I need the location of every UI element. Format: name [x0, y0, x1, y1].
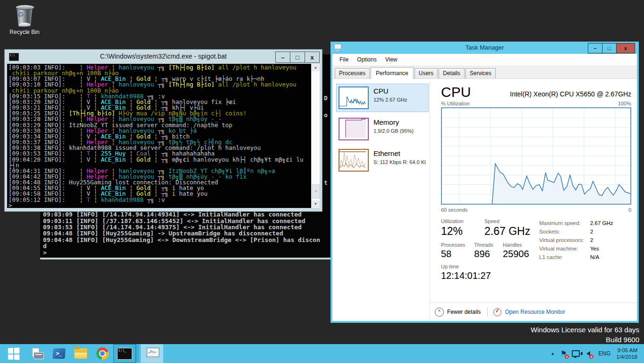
console-line: [09:05:12 INFO]: ¦ T ¦ khanhdat0988 ┬╗ :…: [8, 197, 311, 203]
task-manager-window[interactable]: Task Manager – □ x FileOptionsView Proce…: [330, 42, 639, 323]
powershell-icon: >_: [52, 348, 66, 359]
performance-sidebar: CPU12% 2.67 GHzMemory1.9/2.0 GB (95%)Eth…: [332, 79, 430, 321]
taskbar[interactable]: >_C:\_ ▲ ⚑x x ENG 9:05 AM 1/4/2018: [0, 344, 644, 363]
taskbar-button-server-manager[interactable]: [26, 344, 48, 363]
sidebar-item-cpu[interactable]: CPU12% 2.67 GHz: [336, 84, 429, 112]
scrollbar-thumb[interactable]: ≡: [312, 184, 320, 199]
sidebar-item-ethernet[interactable]: EthernetS: 112 Kbps R: 64.0 Kbps: [336, 146, 429, 174]
console-line: 09:04:48 [INFO] [Huy255Gaming] -> Upstre…: [43, 230, 320, 236]
cmd-window[interactable]: C:\ C:\Windows\system32\cmd.exe - spigot…: [5, 50, 322, 211]
cpu-label: CPU: [373, 86, 407, 95]
windows-logo-icon: [8, 347, 19, 360]
cpu-utilization-graph[interactable]: [441, 107, 631, 207]
console-line: [09:04:20 INFO]: ¦ V ¦ ACE_Bin ¦ Gold ¦ …: [8, 157, 311, 163]
stat-value: Yes: [590, 244, 599, 253]
taskbar-button-chrome[interactable]: [92, 344, 113, 363]
memory-mini-graph: [339, 118, 369, 140]
cpu-model-name: Intel(R) Xeon(R) CPU X5650 @ 2.67GHz: [510, 90, 631, 100]
fewer-details-button[interactable]: Fewer details: [447, 309, 481, 315]
task-manager-titlebar[interactable]: Task Manager – □ x: [330, 42, 639, 54]
console-line: 09:03:09 [INFO] [/14.174.94.14:49341] <-…: [43, 211, 320, 217]
stat-label: Processes: [441, 242, 474, 248]
uptime-value: 12:14:01:27: [441, 270, 539, 281]
ethernet-detail: S: 112 Kbps R: 64.0 Kbps: [373, 159, 425, 165]
cpu-panel-title: CPU: [441, 85, 471, 100]
tab-processes[interactable]: Processes: [335, 68, 370, 78]
clipped-console-char: t: [324, 179, 328, 186]
system-tray: ▲ ⚑x x ENG 9:05 AM 1/4/2018: [551, 344, 644, 363]
stat-value: 896: [474, 249, 503, 259]
tab-users[interactable]: Users: [415, 68, 438, 78]
tab-services[interactable]: Services: [466, 68, 496, 78]
build-line: Build 9600: [531, 335, 639, 345]
network-icon[interactable]: [572, 350, 580, 358]
console-line: d: [43, 243, 320, 249]
menu-file[interactable]: File: [335, 56, 353, 63]
stat-value: 2.67 GHz: [590, 219, 613, 227]
fewer-details-chevron-icon: ⌃: [435, 308, 444, 317]
tab-details[interactable]: Details: [439, 68, 465, 78]
resource-monitor-icon: [493, 308, 501, 316]
graph-xlabel-left: 60 seconds: [441, 207, 467, 213]
cmd-maximize-button[interactable]: □: [290, 52, 305, 63]
license-watermark: Windows License valid for 63 days Build …: [531, 325, 639, 345]
stat-label: Speed: [484, 218, 536, 224]
bungee-console-output: 09:03:09 [INFO] [/14.174.94.14:49341] <-…: [43, 211, 320, 256]
cmd-console-output: [09:03:03 INFO]: ¦ Helper ¦ hanloveyou ┬…: [7, 64, 311, 208]
task-manager-icon: [145, 347, 159, 360]
menu-options[interactable]: Options: [353, 56, 381, 63]
stat-value: 25906: [503, 249, 539, 259]
task-manager-close-button[interactable]: x: [617, 43, 635, 53]
sidebar-item-memory[interactable]: Memory1.9/2.0 GB (95%): [336, 115, 429, 143]
taskbar-button-task-manager[interactable]: [141, 344, 163, 363]
task-manager-maximize-button[interactable]: □: [602, 43, 617, 53]
memory-label: Memory: [373, 118, 414, 127]
cpu-stats-right: Maximum speed:2.67 GHzSockets:2Virtual p…: [539, 218, 613, 281]
clipped-console-char: D: [324, 95, 328, 102]
clipped-console-char: o: [324, 112, 328, 119]
taskbar-button-powershell[interactable]: >_: [48, 344, 70, 363]
ethernet-mini-graph: [339, 149, 369, 172]
console-line: 09:04:48 [INFO] [Huy255Gaming] <-> Downs…: [43, 237, 320, 243]
tab-performance[interactable]: Performance: [371, 67, 414, 79]
task-manager-minimize-button[interactable]: –: [588, 43, 602, 53]
clock[interactable]: 9:05 AM 1/4/2018: [616, 347, 637, 360]
task-manager-tabstrip: ProcessesPerformanceUsersDetailsServices: [332, 66, 637, 79]
scrollbar-down-arrow[interactable]: ▼: [312, 200, 320, 208]
cmd-icon: C:\_: [117, 348, 132, 360]
cmd-minimize-button[interactable]: –: [275, 52, 290, 63]
recycle-bin-label: Recycle Bin: [7, 29, 42, 35]
memory-detail: 1.9/2.0 GB (95%): [373, 128, 414, 134]
console-line: >: [8, 203, 311, 208]
start-button[interactable]: [0, 344, 26, 363]
tray-overflow-arrow[interactable]: ▲: [551, 351, 555, 356]
stat-value: 58: [441, 249, 474, 259]
recycle-bin-shortcut[interactable]: ♻ Recycle Bin: [7, 4, 42, 35]
cmd-close-button[interactable]: x: [305, 52, 320, 63]
cmd-window-title: C:\Windows\system32\cmd.exe - spigot.bat: [5, 52, 322, 60]
file-explorer-icon: [74, 348, 87, 359]
server-manager-icon: [31, 348, 43, 359]
volume-muted-icon[interactable]: x: [584, 350, 592, 358]
license-line: Windows License valid for 63 days: [531, 325, 639, 335]
taskbar-button-file-explorer[interactable]: [70, 344, 92, 363]
cmd-titlebar[interactable]: C:\ C:\Windows\system32\cmd.exe - spigot…: [5, 50, 322, 64]
stat-value: N/A: [590, 253, 599, 261]
stat-label: Virtual machine:: [539, 244, 590, 253]
action-center-flag-icon[interactable]: ⚑x: [559, 350, 568, 358]
console-line: >: [43, 250, 320, 256]
taskbar-button-cmd[interactable]: C:\_: [113, 344, 136, 363]
recycle-bin-icon: ♻: [15, 4, 34, 27]
language-indicator[interactable]: ENG: [598, 350, 610, 357]
open-resource-monitor-link[interactable]: Open Resource Monitor: [505, 309, 565, 315]
desktop[interactable]: ♻ Recycle Bin Windows License valid for …: [0, 0, 644, 363]
graph-xlabel-right: 0: [628, 207, 631, 213]
stat-label: Maximum speed:: [539, 219, 590, 227]
cmd-scrollbar[interactable]: ▲ ≡ ▼: [311, 64, 320, 208]
cpu-mini-graph: [339, 86, 369, 109]
stat-value: 12%: [441, 225, 484, 238]
ethernet-label: Ethernet: [373, 149, 425, 158]
scrollbar-up-arrow[interactable]: ▲: [312, 64, 320, 71]
cpu-stats-left: Utilization12%Speed2.67 GHz Processes58T…: [441, 218, 539, 281]
menu-view[interactable]: View: [381, 56, 402, 63]
